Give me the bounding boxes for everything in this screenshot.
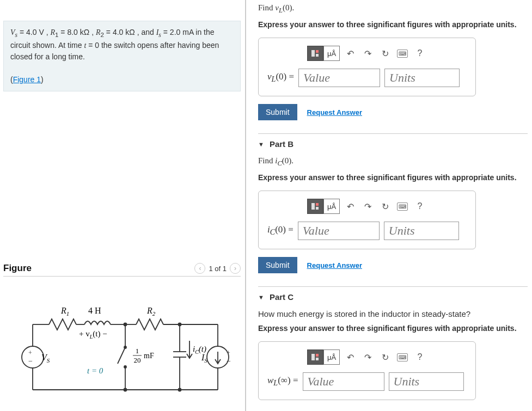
reset-icon[interactable]: ↻ <box>378 350 392 364</box>
svg-text:R2: R2 <box>146 306 156 317</box>
figure-header: Figure ‹ 1 of 1 › <box>3 263 241 277</box>
keyboard-icon[interactable]: ⌨ <box>395 199 409 213</box>
svg-point-15 <box>22 346 44 368</box>
part-a-submit-button[interactable]: Submit <box>258 104 297 120</box>
part-c-disclosure-icon[interactable]: ▼ <box>258 294 264 300</box>
svg-line-19 <box>118 347 125 364</box>
part-b-units-input[interactable] <box>384 222 459 240</box>
svg-text:+ vL(t) −: + vL(t) − <box>79 329 107 340</box>
units-button[interactable]: μÅ <box>323 199 340 214</box>
part-a-value-input[interactable] <box>298 69 380 87</box>
svg-rect-50 <box>316 354 319 357</box>
units-button[interactable]: μÅ <box>323 349 340 365</box>
problem-statement: Vs = 4.0 V , R1 = 8.0 kΩ , R2 = 4.0 kΩ ,… <box>3 21 241 91</box>
undo-icon[interactable]: ↶ <box>343 46 357 60</box>
part-b-instructions: Express your answer to three significant… <box>258 173 528 182</box>
redo-icon[interactable]: ↷ <box>360 350 375 364</box>
part-c: How much energy is stored in the inducto… <box>258 309 528 400</box>
part-b-prompt: Find iC(0). <box>258 156 528 168</box>
svg-rect-45 <box>316 54 319 57</box>
prev-figure-button[interactable]: ‹ <box>194 263 205 274</box>
svg-text:R1: R1 <box>60 306 69 317</box>
part-a-instructions: Express your answer to three significant… <box>258 20 528 29</box>
figure-pager: ‹ 1 of 1 › <box>194 263 241 274</box>
pager-text: 1 of 1 <box>209 265 227 273</box>
undo-icon[interactable]: ↶ <box>343 199 357 213</box>
svg-rect-43 <box>311 50 315 57</box>
redo-icon[interactable]: ↷ <box>360 199 375 213</box>
svg-text:−: − <box>227 357 231 365</box>
keyboard-icon[interactable]: ⌨ <box>395 46 409 60</box>
part-b-title: Part B <box>270 139 293 149</box>
part-a-request-answer-link[interactable]: Request Answer <box>307 108 362 116</box>
part-c-prompt: How much energy is stored in the inducto… <box>258 309 528 318</box>
part-a: Find vL(0). Express your answer to three… <box>258 3 528 120</box>
help-icon[interactable]: ? <box>413 350 427 364</box>
figure-link[interactable]: Figure 1 <box>13 75 41 84</box>
reset-icon[interactable]: ↻ <box>378 199 392 213</box>
units-button[interactable]: μÅ <box>323 46 340 61</box>
next-figure-button[interactable]: › <box>230 263 241 274</box>
template-button[interactable] <box>307 199 323 214</box>
part-c-value-input[interactable] <box>303 372 384 391</box>
part-c-units-input[interactable] <box>389 372 464 391</box>
reset-icon[interactable]: ↻ <box>378 46 392 60</box>
part-b-value-input[interactable] <box>298 222 380 240</box>
circuit-diagram: R1 4 H R2 + vL(t) − + − VS t = 0 1 20 mF… <box>3 303 241 408</box>
part-b-answer-box: μÅ ↶ ↷ ↻ ⌨ ? iC(0) = <box>258 191 476 249</box>
part-c-title: Part C <box>270 292 293 302</box>
svg-text:t = 0: t = 0 <box>87 366 103 375</box>
help-icon[interactable]: ? <box>413 46 427 60</box>
part-c-lhs: wL(∞) = <box>267 375 298 388</box>
svg-text:4 H: 4 H <box>88 306 101 315</box>
svg-text:1: 1 <box>136 347 139 355</box>
undo-icon[interactable]: ↶ <box>343 350 357 364</box>
svg-rect-49 <box>311 354 315 360</box>
part-b-header: ▼ Part B <box>258 133 528 149</box>
part-c-instructions: Express your answer to three significant… <box>258 324 528 333</box>
help-icon[interactable]: ? <box>413 199 427 213</box>
svg-text:IS: IS <box>201 353 207 364</box>
part-b: Find iC(0). Express your answer to three… <box>258 156 528 273</box>
svg-text:+: + <box>227 349 230 357</box>
part-b-submit-button[interactable]: Submit <box>258 257 297 273</box>
part-a-lhs: vL(0) = <box>267 71 294 84</box>
svg-text:−: − <box>28 357 33 365</box>
part-b-disclosure-icon[interactable]: ▼ <box>258 141 264 148</box>
keyboard-icon[interactable]: ⌨ <box>395 350 409 364</box>
svg-text:mF: mF <box>144 352 154 360</box>
part-c-answer-box: μÅ ↶ ↷ ↻ ⌨ ? wL(∞) = <box>258 341 476 400</box>
svg-rect-51 <box>316 358 319 360</box>
part-b-request-answer-link[interactable]: Request Answer <box>307 261 362 269</box>
svg-rect-44 <box>316 50 319 53</box>
svg-text:+: + <box>28 349 32 357</box>
part-a-units-input[interactable] <box>384 69 460 87</box>
svg-rect-47 <box>316 203 319 206</box>
figure-title: Figure <box>3 263 32 274</box>
redo-icon[interactable]: ↷ <box>360 46 375 60</box>
svg-rect-46 <box>311 203 315 210</box>
part-a-prompt: Find vL(0). <box>258 3 528 15</box>
template-button[interactable] <box>307 46 323 61</box>
part-b-lhs: iC(0) = <box>267 224 293 237</box>
svg-rect-48 <box>316 207 319 210</box>
part-c-header: ▼ Part C <box>258 286 528 302</box>
svg-text:20: 20 <box>134 356 141 364</box>
part-a-answer-box: μÅ ↶ ↷ ↻ ⌨ ? vL(0) = <box>258 38 476 96</box>
template-button[interactable] <box>307 349 323 365</box>
